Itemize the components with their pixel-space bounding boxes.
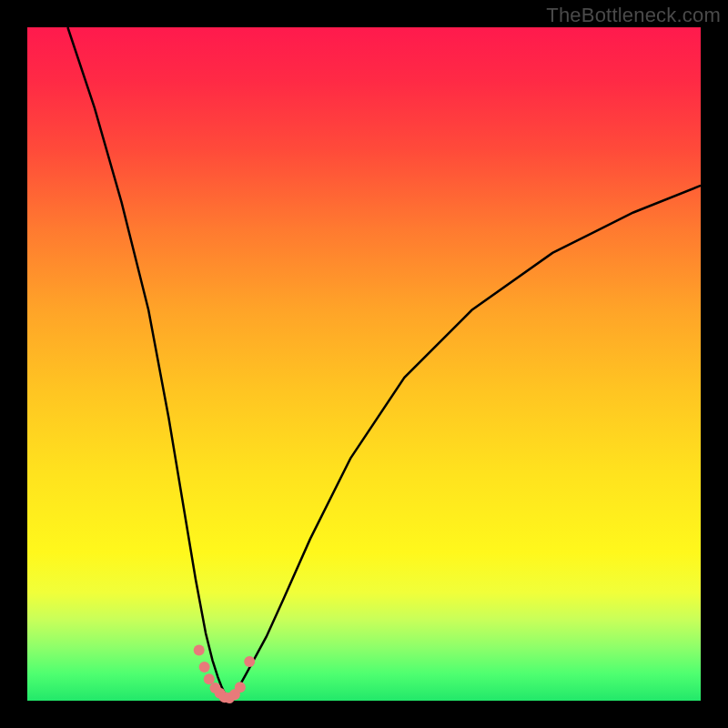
curve-left-path [67,27,229,701]
curve-right-path [229,186,701,701]
watermark-label: TheBottleneck.com [546,4,721,27]
trough-marker [199,662,210,672]
curve-svg [27,27,701,701]
curve-left [67,27,229,701]
trough-marker [244,656,255,667]
plot-area [27,27,701,701]
curve-right [229,186,701,701]
trough-marker [235,682,246,693]
chart-frame: TheBottleneck.com [0,0,728,728]
trough-marker [194,645,205,656]
